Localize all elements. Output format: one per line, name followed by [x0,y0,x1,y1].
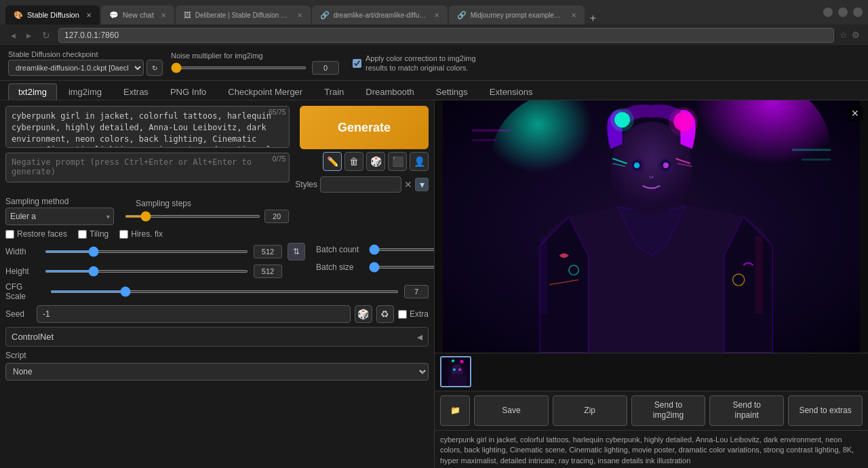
back-button[interactable]: ◂ [8,28,18,42]
tab-label: dreamlike-art/dreamlike-diffuso... [334,12,427,19]
styles-add-button[interactable]: ▾ [415,178,429,191]
batch-size-slider[interactable] [369,266,434,269]
forward-button[interactable]: ▸ [24,28,34,42]
send-extras-button[interactable]: Send to extras [788,395,863,426]
zip-button[interactable]: Zip [553,395,627,426]
app-container: Stable Diffusion checkpoint dreamlike-di… [0,46,868,468]
person-icon-button[interactable]: 👤 [410,152,429,171]
tab-img2img[interactable]: img2img [58,83,112,100]
tab-close-btn[interactable]: ✕ [161,12,166,19]
sampling-method-select[interactable]: Euler a [5,208,114,225]
extras-checkbox[interactable]: Extra [398,309,429,319]
batch-count-slider[interactable] [369,248,434,251]
send-img2img-button[interactable]: Send toimg2img [631,395,706,426]
close-window-button[interactable] [853,7,863,17]
svg-point-14 [663,163,669,169]
svg-point-8 [669,107,698,136]
tab-icon: 🎨 [14,11,23,20]
checkpoint-refresh-button[interactable]: ↻ [146,60,163,76]
maximize-button[interactable] [838,7,848,17]
tab-settings[interactable]: Settings [426,83,478,100]
thumbnail-strip [435,353,868,391]
extensions-icon[interactable]: ⚙ [852,30,860,40]
color-correction-checkbox[interactable] [353,59,361,68]
positive-prompt-container: cyberpunk girl in jacket, colorful tatto… [5,106,290,150]
minimize-button[interactable] [823,7,833,17]
tab-stable-diffusion[interactable]: 🎨 Stable Diffusion ✕ [5,5,100,24]
tab-png-info[interactable]: PNG Info [160,83,216,100]
tab-checkpoint-merger[interactable]: Checkpoint Merger [218,83,313,100]
extras-checkbox-input[interactable] [398,310,407,319]
send-inpaint-button[interactable]: Send toinpaint [709,395,784,426]
seed-dice-button[interactable]: 🎲 [355,305,372,323]
tab-label: Midjourney prompt examples | ... [471,12,564,19]
open-folder-button[interactable]: 📁 [440,395,470,426]
browser-tabs: 🎨 Stable Diffusion ✕ 💬 New chat ✕ 🖼 Deli… [5,0,821,24]
controlnet-header[interactable]: ControlNet ◂ [12,330,422,343]
trash-icon-button[interactable]: 🗑 [344,152,363,171]
generate-column: Generate ✏️ 🗑 🎲 ⬛ 👤 Styles ✕ ▾ [295,106,429,193]
controlnet-collapse-icon[interactable]: ◂ [417,330,422,343]
tab-close-btn[interactable]: ✕ [434,12,439,19]
hires-fix-input[interactable] [119,230,128,239]
positive-prompt-input[interactable]: cyberpunk girl in jacket, colorful tatto… [5,106,290,148]
seed-recycle-button[interactable]: ♻ [376,305,394,323]
image-close-button[interactable]: ✕ [848,106,863,121]
tab-dreambooth[interactable]: Dreambooth [355,83,425,100]
tiling-checkbox[interactable]: Tiling [78,229,108,239]
styles-clear-button[interactable]: ✕ [404,179,412,190]
negative-prompt-input[interactable] [5,153,290,182]
edit-icon-button[interactable]: ✏️ [323,152,342,171]
seed-row: Seed 🎲 ♻ Extra [5,305,429,323]
tab-extras[interactable]: Extras [113,83,159,100]
script-select[interactable]: None [5,363,429,381]
new-tab-button[interactable]: + [586,12,600,24]
seed-input[interactable] [37,305,351,323]
tiling-input[interactable] [78,230,87,239]
restore-faces-label: Restore faces [17,229,67,239]
sampling-steps-slider[interactable] [125,215,260,218]
cfg-scale-slider[interactable] [50,290,399,293]
sampling-steps-value[interactable] [264,210,289,223]
tab-midjourney[interactable]: 🔗 Midjourney prompt examples | ... ✕ [449,5,585,24]
batch-column: Batch count Batch size [316,243,434,278]
noise-label: Noise multiplier for img2img [171,52,339,60]
swap-dimensions-button[interactable]: ⇅ [288,243,305,260]
svg-point-27 [452,359,454,362]
tab-txt2img[interactable]: txt2img [8,83,57,100]
width-value[interactable] [254,245,282,258]
controlnet-section: ControlNet ◂ [5,327,429,347]
address-input[interactable] [58,28,834,43]
width-slider[interactable] [45,250,248,253]
tab-close-btn[interactable]: ✕ [297,12,302,19]
tab-dreamlike[interactable]: 🔗 dreamlike-art/dreamlike-diffuso... ✕ [312,5,448,24]
restore-faces-input[interactable] [5,230,14,239]
reload-button[interactable]: ↻ [39,28,53,42]
restore-faces-checkbox[interactable]: Restore faces [5,229,67,239]
tab-close-btn[interactable]: ✕ [571,12,576,19]
tab-deliberate[interactable]: 🖼 Deliberate | Stable Diffusion Ch... ✕ [176,5,311,24]
batch-count-label: Batch count [316,245,363,254]
height-slider[interactable] [45,270,248,273]
cfg-scale-value[interactable] [404,285,429,298]
noise-slider[interactable] [171,66,307,69]
extras-label: Extra [410,309,429,319]
tab-icon: 🖼 [184,11,191,19]
tab-new-chat[interactable]: 💬 New chat ✕ [101,5,174,24]
square-icon-button[interactable]: ⬛ [388,152,407,171]
noise-value-input[interactable] [312,61,339,75]
hires-fix-checkbox[interactable]: Hires. fix [119,229,163,239]
tab-extensions[interactable]: Extensions [479,83,543,100]
svg-point-6 [610,108,633,131]
checkpoint-select[interactable]: dreamlike-diffusion-1.0.ckpt [0aecbcfa2c… [8,60,144,76]
sampling-steps-label: Sampling steps [136,199,429,208]
save-button[interactable]: Save [474,395,549,426]
bookmark-icon[interactable]: ☆ [840,30,848,40]
thumbnail-1[interactable] [440,356,471,387]
tab-train[interactable]: Train [314,83,354,100]
height-value[interactable] [254,265,282,278]
styles-input[interactable] [320,176,401,193]
dice-icon-button[interactable]: 🎲 [366,152,385,171]
generate-button[interactable]: Generate [300,106,429,149]
tab-close-btn[interactable]: ✕ [86,12,92,19]
